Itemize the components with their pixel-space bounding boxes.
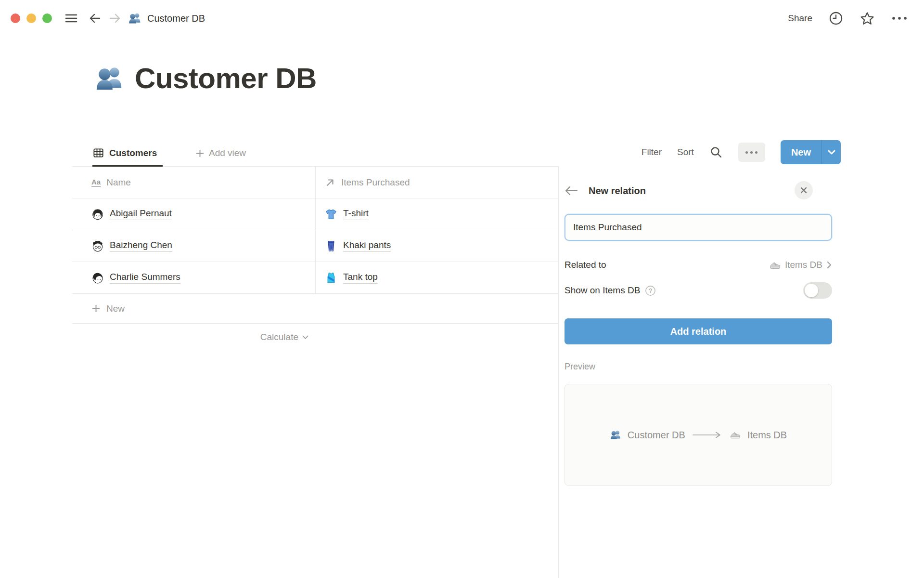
more-options-icon[interactable]	[891, 16, 908, 21]
breadcrumb[interactable]: Customer DB	[128, 12, 205, 25]
tank-top-icon	[325, 272, 337, 284]
column-items-label: Items Purchased	[341, 177, 410, 188]
close-panel-icon[interactable]	[795, 181, 813, 199]
add-view-label: Add view	[209, 148, 246, 158]
column-name-label: Name	[106, 177, 131, 188]
page-title[interactable]: Customer DB	[135, 62, 317, 95]
relation-preview-box: Customer DB Items DB	[565, 384, 832, 486]
new-row-button[interactable]: New	[72, 294, 558, 324]
row-name-link[interactable]: Baizheng Chen	[110, 240, 172, 252]
related-to-value[interactable]: Items DB	[769, 259, 832, 271]
row-name-link[interactable]: Charlie Summers	[110, 272, 180, 284]
svg-text:?: ?	[649, 288, 652, 294]
row-name-link[interactable]: Abigail Pernaut	[110, 208, 172, 220]
busts-in-silhouette-icon	[128, 12, 141, 25]
view-tabs-bar: Customers Add view Filter Sort New	[72, 137, 841, 167]
tab-customers[interactable]: Customers	[92, 141, 163, 167]
t-shirt-icon	[325, 208, 337, 221]
table-view-icon	[92, 147, 104, 159]
search-icon[interactable]	[709, 145, 723, 159]
busts-in-silhouette-icon	[610, 429, 621, 441]
title-property-icon: Aa	[91, 178, 101, 186]
page-icon-busts-in-silhouette[interactable]	[94, 64, 124, 93]
relation-name-input[interactable]	[565, 214, 832, 241]
relation-direction-arrow-icon	[692, 431, 723, 439]
close-window-button[interactable]	[11, 13, 20, 23]
row-item-link[interactable]: T-shirt	[343, 208, 369, 220]
add-view-button[interactable]: Add view	[195, 142, 246, 165]
breadcrumb-page-title: Customer DB	[147, 13, 205, 24]
related-to-db-name: Items DB	[785, 260, 822, 270]
tab-customers-label: Customers	[109, 148, 157, 158]
minimize-window-button[interactable]	[26, 13, 36, 23]
new-record-split-button[interactable]: New	[781, 140, 841, 164]
show-on-toggle[interactable]	[803, 282, 832, 299]
jeans-icon	[325, 240, 337, 252]
row-item-link[interactable]: Khaki pants	[343, 240, 391, 252]
window-titlebar: Customer DB Share	[0, 0, 924, 37]
page-header: Customer DB	[94, 62, 317, 95]
maximize-window-button[interactable]	[42, 13, 52, 23]
customers-table: Aa Name Items Purchased	[72, 167, 558, 351]
panel-title: New relation	[589, 185, 646, 197]
relation-arrow-icon	[325, 177, 335, 188]
avatar-woman-bob-icon	[91, 208, 104, 221]
new-row-label: New	[106, 303, 125, 314]
avatar-curly-glasses-icon	[91, 240, 104, 252]
help-question-icon[interactable]: ?	[645, 285, 656, 296]
history-clock-icon[interactable]	[829, 11, 843, 26]
new-record-button-label[interactable]: New	[781, 140, 821, 164]
calculate-button[interactable]: Calculate	[72, 324, 315, 351]
sneaker-icon	[769, 259, 781, 271]
show-on-row: Show on Items DB ?	[565, 281, 832, 300]
add-relation-button[interactable]: Add relation	[565, 318, 832, 344]
sidebar-menu-icon[interactable]	[64, 13, 78, 24]
column-header-name[interactable]: Aa Name	[72, 167, 315, 198]
row-item-link[interactable]: Tank top	[343, 272, 378, 284]
share-button[interactable]: Share	[788, 13, 812, 24]
notion-window: Customer DB Share Customer DB	[0, 0, 924, 578]
sort-button[interactable]: Sort	[677, 147, 694, 158]
traffic-lights	[11, 13, 52, 23]
new-record-dropdown-chevron-icon[interactable]	[821, 140, 841, 164]
related-to-row: Related to Items DB	[565, 255, 832, 275]
sneaker-icon	[730, 429, 741, 441]
favorite-star-icon[interactable]	[860, 11, 875, 26]
calculate-label: Calculate	[260, 332, 298, 342]
view-options-icon[interactable]	[738, 143, 765, 162]
related-to-label: Related to	[565, 260, 606, 270]
back-arrow-icon[interactable]	[89, 13, 101, 24]
preview-label: Preview	[565, 362, 595, 372]
avatar-swept-hair-icon	[91, 272, 104, 284]
column-header-items-purchased[interactable]: Items Purchased	[315, 167, 558, 198]
column-divider	[315, 167, 316, 294]
preview-source-db: Customer DB	[628, 430, 685, 441]
view-toolbar: Filter Sort New	[642, 139, 841, 166]
new-relation-panel: New relation Related to Items DB	[558, 166, 924, 578]
preview-target-db: Items DB	[747, 430, 787, 441]
show-on-label: Show on Items DB	[565, 285, 640, 296]
forward-arrow-icon[interactable]	[109, 13, 121, 24]
panel-back-arrow-icon[interactable]	[565, 185, 578, 196]
filter-button[interactable]: Filter	[642, 147, 662, 158]
